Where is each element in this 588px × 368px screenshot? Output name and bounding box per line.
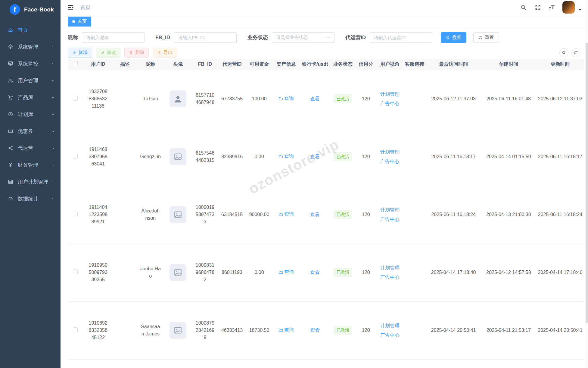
delete-button[interactable]: 删除: [124, 48, 149, 58]
nickname-cell: Junbo Ha o: [137, 244, 164, 301]
user-view-cell: 计划管理广告中心: [376, 186, 404, 244]
edit-button[interactable]: 修改: [96, 48, 120, 58]
last-visit-cell: 2025-04-14 17:18:40: [426, 244, 481, 301]
user-view-link[interactable]: 广告中心: [378, 272, 403, 282]
user-view-link[interactable]: 广告中心: [378, 330, 403, 340]
bank-view-link[interactable]: 查看: [310, 96, 320, 102]
sidebar-item-6[interactable]: 优惠券: [0, 123, 61, 140]
main-area: 首页 TT 首页 昵称 FB_ID: [61, 0, 588, 368]
sidebar-item-3[interactable]: 用户管理: [0, 72, 61, 89]
column-header: 更新时间: [536, 59, 584, 70]
export-button[interactable]: 导出: [153, 48, 177, 58]
table-tools: [559, 48, 580, 57]
font-size-icon[interactable]: TT: [549, 4, 555, 11]
status-badge: 已激活: [334, 152, 352, 161]
user-view-link[interactable]: 计划管理: [378, 147, 403, 157]
sidebar-item-4[interactable]: 产品库: [0, 89, 61, 106]
sidebar-item-label: 代运营: [18, 145, 33, 152]
sidebar-item-label: 优惠券: [18, 128, 33, 135]
bank-view-link[interactable]: 查看: [310, 212, 320, 218]
column-header: 代运营ID: [218, 59, 246, 70]
page-content: 昵称 FB_ID 业务状态 请选择业务状态 代运营ID 搜索: [61, 28, 588, 368]
assets-query-link[interactable]: 查询: [278, 153, 294, 160]
select-all-checkbox[interactable]: [73, 61, 78, 66]
status-badge: 已激活: [334, 210, 352, 219]
column-header: 资产信息: [272, 59, 300, 70]
users-icon: [8, 78, 13, 83]
credit-cell: 120: [356, 301, 376, 359]
column-header: 头像: [164, 59, 192, 70]
bank-cell: 查看: [300, 70, 330, 128]
chevron-down-icon: [51, 62, 55, 66]
column-header: 创建时间: [481, 59, 536, 70]
search-icon[interactable]: [520, 4, 527, 11]
user-view-link[interactable]: 广告中心: [378, 99, 403, 108]
reset-button[interactable]: 重置: [473, 32, 499, 43]
fb-id-cell: 1000831 9686478 2: [192, 244, 218, 301]
image-avatar-icon: [170, 264, 186, 281]
bank-view-link[interactable]: 查看: [310, 154, 320, 160]
bank-view-link[interactable]: 查看: [310, 269, 320, 276]
updated-time-cell: 2025-04-14 20:50:41: [536, 301, 584, 359]
sidebar-item-8[interactable]: 财务管理: [0, 156, 61, 173]
description-cell: [113, 128, 137, 186]
user-table-wrap: 用户ID描述昵称头像FB_ID代运营ID可用资金资产信息银行卡/usdt业务状态…: [68, 59, 584, 360]
created-time-cell: 2025-04-14 01:15:50: [481, 128, 536, 186]
sidebar-item-5[interactable]: 计划库: [0, 106, 61, 123]
assets-query-link[interactable]: 查询: [278, 211, 294, 218]
row-checkbox[interactable]: [73, 327, 78, 332]
updated-time-cell: 2025-06-12 11:37:03: [536, 70, 584, 128]
user-view-link[interactable]: 计划管理: [378, 321, 403, 330]
sidebar-nav: 首页系统管理系统监控用户管理产品库计划库优惠券代运营财务管理用户计划管理数据统计: [0, 21, 61, 207]
user-avatar[interactable]: [562, 1, 575, 14]
status-select[interactable]: 请选择业务状态: [272, 32, 334, 43]
row-checkbox[interactable]: [73, 154, 78, 159]
assets-query-link[interactable]: 查询: [278, 96, 294, 102]
add-button[interactable]: 新增: [68, 48, 92, 58]
updated-time-cell: 2025-04-14 17:18:40: [536, 244, 584, 301]
assets-query-link[interactable]: 查询: [278, 327, 294, 333]
fullscreen-icon[interactable]: [534, 4, 541, 11]
assets-query-link[interactable]: 查询: [278, 269, 294, 275]
user-view-link[interactable]: 计划管理: [378, 90, 403, 99]
assets-cell: 查询: [272, 186, 300, 244]
scrollbar-thumb[interactable]: [586, 43, 588, 323]
sidebar-item-10[interactable]: 数据统计: [0, 190, 61, 207]
bank-view-link[interactable]: 查看: [310, 327, 320, 334]
updated-time-cell: 2025-06-11 16:18:17: [536, 128, 584, 186]
created-time-cell: 2025-04-12 14:57:58: [481, 244, 536, 301]
sidebar-item-label: 产品库: [18, 94, 33, 101]
sidebar-item-2[interactable]: 系统监控: [0, 55, 61, 72]
sidebar-item-label: 财务管理: [18, 162, 38, 168]
agent-input[interactable]: [370, 32, 432, 43]
toggle-search-icon[interactable]: [559, 48, 568, 57]
tab-home[interactable]: 首页: [68, 17, 91, 27]
folder-icon: [278, 96, 283, 101]
status-label: 业务状态: [247, 34, 268, 41]
user-view-link[interactable]: 计划管理: [378, 263, 403, 272]
refresh-icon[interactable]: [571, 48, 580, 57]
chevron-down-icon: [51, 180, 55, 184]
fbid-input[interactable]: [174, 32, 237, 43]
search-button[interactable]: 搜索: [441, 32, 466, 43]
table-header-row: 用户ID描述昵称头像FB_ID代运营ID可用资金资产信息银行卡/usdt业务状态…: [68, 59, 584, 70]
sidebar-item-1[interactable]: 系统管理: [0, 38, 61, 55]
description-cell: [113, 70, 137, 128]
column-header: 银行卡/usdt: [300, 59, 330, 70]
user-view-link[interactable]: 广告中心: [378, 157, 403, 166]
nickname-input[interactable]: [82, 32, 145, 43]
sidebar-item-9[interactable]: 用户计划管理: [0, 173, 61, 190]
row-checkbox[interactable]: [73, 96, 78, 101]
user-view-link[interactable]: 计划管理: [378, 205, 403, 215]
service-link-cell: [403, 70, 426, 128]
sidebar-item-0[interactable]: 首页: [0, 21, 61, 38]
sidebar-item-label: 用户管理: [18, 77, 38, 84]
chevron-down-icon[interactable]: [578, 9, 581, 11]
chevron-down-icon: [51, 112, 55, 116]
sidebar-collapse-icon[interactable]: [67, 4, 74, 11]
row-checkbox[interactable]: [73, 269, 78, 274]
row-checkbox[interactable]: [73, 212, 78, 216]
sidebar-item-label: 用户计划管理: [18, 178, 48, 185]
user-view-link[interactable]: 广告中心: [378, 215, 403, 224]
sidebar-item-7[interactable]: 代运营: [0, 140, 61, 156]
